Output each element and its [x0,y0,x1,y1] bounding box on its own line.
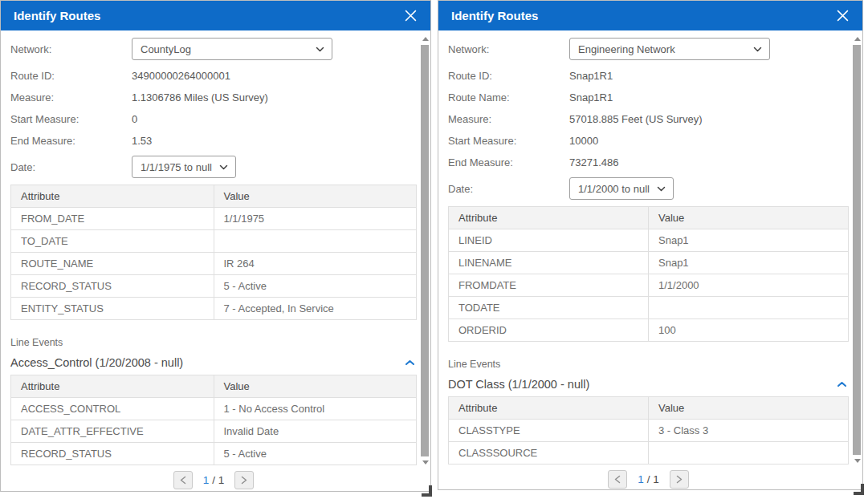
close-button[interactable] [401,7,419,25]
date-select[interactable]: 1/1/2000 to null [569,177,674,200]
chevron-down-icon [753,47,762,52]
field-value-measure: 1.1306786 Miles (US Survey) [132,91,268,103]
field-label-network: Network: [10,43,132,55]
scrollbar-thumb[interactable] [421,45,429,456]
chevron-down-icon [219,164,228,170]
column-header: Value [649,207,849,229]
table-row: FROMDATE1/1/2000 [449,274,849,297]
network-select[interactable]: CountyLog [132,38,332,60]
table-row: CLASSTYPE3 - Class 3 [449,420,849,442]
value-cell: 1 - No Access Control [214,398,417,420]
field-value-end-measure: 73271.486 [569,156,618,168]
scroll-down-icon[interactable] [422,460,429,465]
field-row-network: Network:Engineering Network [448,38,849,60]
dialog-title-bar[interactable]: Identify Routes [1,1,430,30]
value-cell: Snap1 [649,252,849,274]
network-select[interactable]: Engineering Network [569,38,770,60]
column-header: Value [214,375,417,398]
pagination: 1 / 1 [10,471,417,489]
table-row: RECORD_STATUS5 - Active [11,275,417,298]
field-value-route-id: Snap1R1 [569,70,613,82]
collapse-button[interactable] [835,379,849,389]
value-cell: Invalid Date [214,420,417,443]
field-label-measure: Measure: [10,91,132,103]
value-cell: 5 - Active [214,443,417,465]
attribute-cell: FROM_DATE [11,208,214,230]
table-row: RECORD_STATUS5 - Active [11,443,417,465]
field-value-route-id: 34900000264000001 [132,70,230,82]
network-select-value: Engineering Network [578,43,675,55]
scrollbar[interactable] [421,33,430,467]
table-header-row: AttributeValue [449,207,849,229]
attribute-cell: ORDERID [449,319,649,342]
page-total: / 1 [209,474,224,486]
previous-page-icon [180,476,186,485]
field-value-start-measure: 10000 [569,135,598,147]
resize-handle[interactable] [422,485,432,497]
table-row: LINEIDSnap1 [449,229,849,252]
dialog-content: Network:CountyLogRoute ID:34900000264000… [1,30,430,489]
next-page-icon [676,475,683,484]
previous-page-icon [614,475,621,484]
date-select-value: 1/1/2000 to null [578,183,650,195]
value-cell: 1/1/1975 [214,208,417,230]
scroll-down-icon[interactable] [854,459,861,463]
collapse-button[interactable] [403,358,417,367]
field-row-date: Date:1/1/2000 to null [448,177,849,200]
chevron-down-icon [316,47,324,52]
attribute-cell: ACCESS_CONTROL [11,398,214,420]
field-row-start-measure: Start Measure:0 [10,108,417,130]
field-label-end-measure: End Measure: [10,135,132,147]
field-label-route-id: Route ID: [448,70,569,82]
line-event-section-header: Access_Control (1/20/2008 - null) [10,355,417,370]
field-value-start-measure: 0 [132,113,137,125]
next-page-icon [241,476,247,485]
attribute-cell: DATE_ATTR_EFFECTIVE [11,420,214,443]
column-header: Value [649,397,849,420]
attribute-cell: TODATE [449,297,649,319]
value-cell [649,442,849,465]
scrollbar-thumb[interactable] [853,45,861,455]
attribute-cell: FROMDATE [449,274,649,297]
next-page-button[interactable] [234,471,254,489]
attribute-cell: TO_DATE [11,230,214,253]
resize-handle[interactable] [854,484,864,495]
table-row: LINENAMESnap1 [449,252,849,274]
close-button[interactable] [833,7,851,25]
scroll-up-icon[interactable] [422,37,429,41]
value-cell: 3 - Class 3 [649,420,849,442]
table-row: TODATE [449,297,849,319]
field-value-route-name: Snap1R1 [569,91,613,103]
attribute-cell: LINENAME [449,252,649,274]
line-event-title: Access_Control (1/20/2008 - null) [10,356,183,369]
scrollbar[interactable] [853,33,862,465]
next-page-button[interactable] [670,470,689,489]
dialog-title: Identify Routes [451,9,538,22]
field-label-date: Date: [448,183,569,195]
identify-routes-dialog-right: Identify Routes Network:Engineering Netw… [438,0,863,490]
attribute-cell: ENTITY_STATUS [11,298,214,320]
attribute-cell: RECORD_STATUS [11,443,214,465]
dialog-content: Network:Engineering NetworkRoute ID:Snap… [438,30,862,489]
table-row: DATE_ATTR_EFFECTIVEInvalid Date [11,420,417,443]
value-cell: IR 264 [214,253,417,275]
chevron-up-icon [405,359,415,366]
dialog-title-bar[interactable]: Identify Routes [438,1,862,30]
field-row-route-id: Route ID:Snap1R1 [448,65,849,87]
table-row: CLASSSOURCE [449,442,849,465]
scroll-up-icon[interactable] [854,37,861,41]
line-events-label: Line Events [10,337,417,348]
date-select[interactable]: 1/1/1975 to null [132,156,236,178]
previous-page-button[interactable] [608,470,627,489]
field-label-date: Date: [10,161,132,173]
previous-page-button[interactable] [173,471,193,489]
value-cell [214,230,417,253]
column-header: Attribute [449,207,649,229]
field-value-end-measure: 1.53 [132,135,152,147]
table-row: TO_DATE [11,230,417,253]
field-row-start-measure: Start Measure:10000 [448,130,849,152]
close-icon [404,9,418,22]
field-label-route-name: Route Name: [448,91,569,103]
identify-routes-dialog-left: Identify Routes Network:CountyLogRoute I… [0,0,431,492]
value-cell: 7 - Accepted, In Service [214,298,417,320]
